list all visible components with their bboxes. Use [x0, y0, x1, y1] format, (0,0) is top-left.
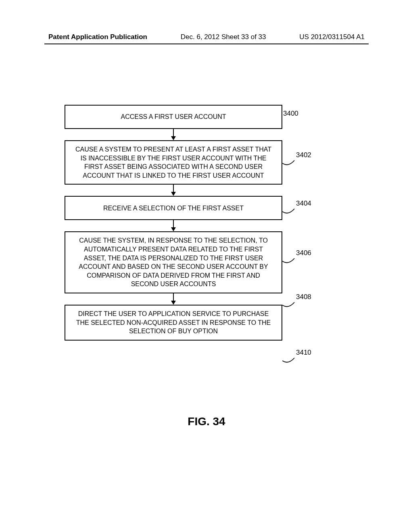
ref-label-3410: 3410 [296, 349, 311, 357]
flow-arrow-icon [65, 129, 282, 140]
svg-marker-9 [171, 301, 176, 305]
flow-arrow-icon [65, 293, 282, 305]
header-date-sheet: Dec. 6, 2012 Sheet 33 of 33 [181, 33, 266, 41]
flow-step-text: CAUSE THE SYSTEM, IN RESPONSE TO THE SEL… [73, 236, 274, 289]
page-header: Patent Application Publication Dec. 6, 2… [0, 33, 413, 41]
flow-step-3402: ACCESS A FIRST USER ACCOUNT [65, 105, 282, 129]
flow-step-text: RECEIVE A SELECTION OF THE FIRST ASSET [103, 204, 244, 213]
flow-step-text: CAUSE A SYSTEM TO PRESENT AT LEAST A FIR… [73, 145, 274, 180]
ref-label-3404: 3404 [296, 200, 311, 208]
flow-step-3404: CAUSE A SYSTEM TO PRESENT AT LEAST A FIR… [65, 140, 282, 185]
header-publication: Patent Application Publication [48, 33, 147, 41]
flow-step-3410: DIRECT THE USER TO APPLICATION SERVICE T… [65, 305, 282, 341]
flow-arrow-icon [65, 220, 282, 231]
ref-label-3406: 3406 [296, 249, 311, 257]
svg-marker-7 [171, 227, 176, 231]
flow-arrow-icon [65, 185, 282, 196]
flow-step-3406: RECEIVE A SELECTION OF THE FIRST ASSET [65, 196, 282, 220]
figure-label: FIG. 34 [0, 415, 413, 428]
ref-label-3402: 3402 [296, 151, 311, 159]
svg-marker-5 [171, 192, 176, 196]
header-rule [44, 44, 369, 44]
flowchart: ACCESS A FIRST USER ACCOUNT 3402 CAUSE A… [65, 105, 298, 341]
svg-marker-3 [171, 136, 176, 140]
flow-step-text: DIRECT THE USER TO APPLICATION SERVICE T… [73, 310, 274, 336]
flow-step-text: ACCESS A FIRST USER ACCOUNT [121, 112, 226, 121]
ref-label-3408: 3408 [296, 293, 311, 301]
header-pub-number: US 2012/0311504 A1 [299, 33, 365, 41]
flow-step-3408: CAUSE THE SYSTEM, IN RESPONSE TO THE SEL… [65, 231, 282, 293]
